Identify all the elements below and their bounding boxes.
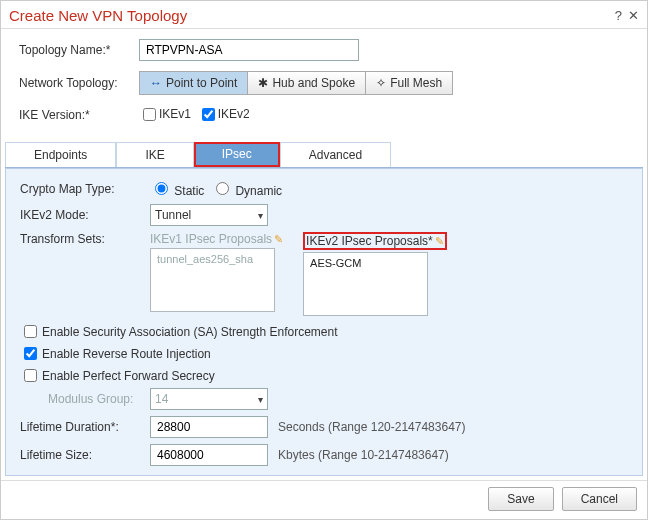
dialog-footer: Save Cancel — [1, 480, 647, 519]
lifetime-size-label: Lifetime Size: — [20, 448, 150, 462]
ikev1-checkbox[interactable]: IKEv1 — [139, 105, 191, 124]
lifetime-duration-hint: Seconds (Range 120-2147483647) — [278, 420, 465, 434]
save-button[interactable]: Save — [488, 487, 553, 511]
transform-sets-label: Transform Sets: — [20, 232, 150, 246]
ikev2-checkbox[interactable]: IKEv2 — [198, 105, 250, 124]
form-top: Topology Name:* Network Topology: ↔Point… — [1, 35, 647, 142]
ikev2-mode-select[interactable]: Tunnel▾ — [150, 204, 268, 226]
lifetime-duration-input[interactable] — [150, 416, 268, 438]
dialog-header: Create New VPN Topology ? ✕ — [1, 1, 647, 24]
pencil-icon[interactable]: ✎ — [435, 235, 444, 247]
point-to-point-button[interactable]: ↔Point to Point — [139, 71, 248, 95]
ikev1-proposals-label: IKEv1 IPsec Proposals✎ — [150, 232, 283, 246]
hub-and-spoke-button[interactable]: ✱Hub and Spoke — [247, 71, 366, 95]
pfs-checkbox[interactable]: Enable Perfect Forward Secrecy — [20, 366, 628, 385]
chevron-down-icon: ▾ — [258, 394, 263, 405]
help-icon[interactable]: ? — [615, 8, 622, 23]
cancel-button[interactable]: Cancel — [562, 487, 637, 511]
ikev2-proposals-label: IKEv2 IPsec Proposals*✎ — [303, 232, 447, 250]
ike-version-label: IKE Version:* — [19, 108, 139, 122]
dialog-title: Create New VPN Topology — [9, 7, 615, 24]
pencil-icon[interactable]: ✎ — [274, 233, 283, 245]
crypto-map-label: Crypto Map Type: — [20, 182, 150, 196]
modulus-group-select: 14▾ — [150, 388, 268, 410]
vpn-topology-dialog: Create New VPN Topology ? ✕ Topology Nam… — [0, 0, 648, 520]
espv3-collapser[interactable]: ▾ — [20, 475, 32, 476]
crypto-dynamic-radio[interactable]: Dynamic — [211, 179, 282, 198]
ipsec-panel: Crypto Map Type: Static Dynamic IKEv2 Mo… — [5, 168, 643, 476]
tab-endpoints[interactable]: Endpoints — [5, 142, 116, 167]
full-mesh-button[interactable]: ✧Full Mesh — [365, 71, 453, 95]
ikev1-proposals-box[interactable]: tunnel_aes256_sha — [150, 248, 275, 312]
chevron-down-icon: ▾ — [258, 210, 263, 221]
network-topology-label: Network Topology: — [19, 76, 139, 90]
crypto-static-radio[interactable]: Static — [150, 179, 204, 198]
ikev2-mode-label: IKEv2 Mode: — [20, 208, 150, 222]
tab-advanced[interactable]: Advanced — [280, 142, 391, 167]
tab-ike[interactable]: IKE — [116, 142, 193, 167]
lifetime-size-input[interactable] — [150, 444, 268, 466]
tab-strip: Endpoints IKE IPsec Advanced — [5, 142, 643, 168]
lifetime-duration-label: Lifetime Duration*: — [20, 420, 150, 434]
espv3-label: ESPv3 Settings — [36, 474, 124, 476]
modulus-group-label: Modulus Group: — [20, 392, 150, 406]
sa-enforcement-checkbox[interactable]: Enable Security Association (SA) Strengt… — [20, 322, 628, 341]
topology-name-label: Topology Name:* — [19, 43, 139, 57]
lifetime-size-hint: Kbytes (Range 10-2147483647) — [278, 448, 449, 462]
close-icon[interactable]: ✕ — [628, 8, 639, 23]
ikev2-proposals-box[interactable]: AES-GCM — [303, 252, 428, 316]
tab-ipsec[interactable]: IPsec — [194, 142, 280, 167]
reverse-route-checkbox[interactable]: Enable Reverse Route Injection — [20, 344, 628, 363]
topology-name-input[interactable] — [139, 39, 359, 61]
